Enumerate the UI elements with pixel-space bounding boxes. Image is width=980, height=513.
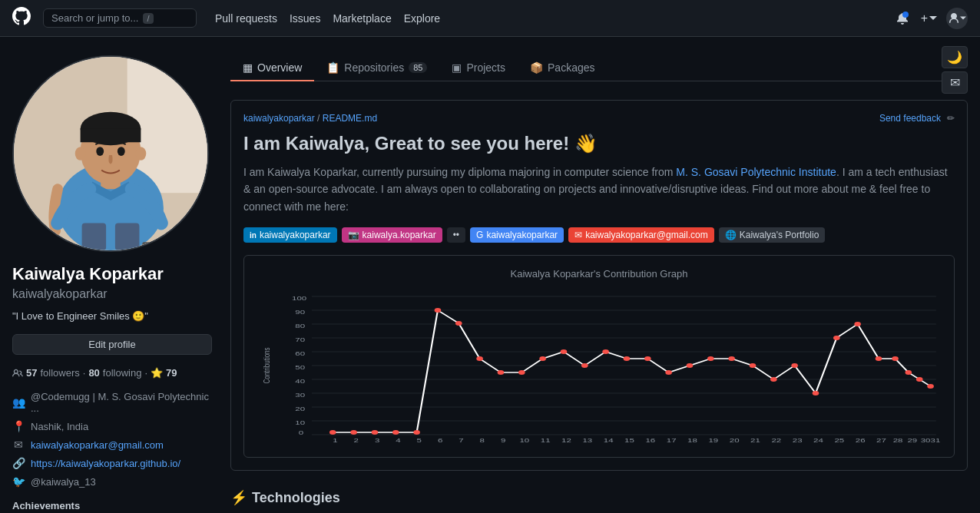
navbar: Search or jump to... / Pull requests Iss… xyxy=(0,0,980,37)
create-new-button[interactable]: + xyxy=(918,8,940,28)
svg-text:10: 10 xyxy=(295,419,305,426)
following-label: following xyxy=(103,367,142,379)
svg-point-51 xyxy=(624,356,631,361)
portfolio-icon: 🌐 xyxy=(725,230,737,240)
badge-linkedin[interactable]: in kaiwalyakoparkar xyxy=(243,227,337,243)
svg-text:50: 50 xyxy=(295,364,305,371)
theme-toggle-button[interactable]: 🌙 xyxy=(942,46,968,68)
twitter-icon: 🐦 xyxy=(12,475,25,488)
meta-twitter-handle: @kaiwalya_13 xyxy=(31,476,96,488)
follow-stats: 57 followers · 80 following · ⭐ 79 xyxy=(12,367,212,379)
readme-header: kaiwalyakoparkar / README.md Send feedba… xyxy=(243,113,955,124)
user-username: kaiwalyakoparkar xyxy=(12,287,212,301)
svg-point-48 xyxy=(561,349,568,354)
svg-point-59 xyxy=(791,363,798,368)
svg-point-39 xyxy=(372,430,379,435)
notifications-button[interactable] xyxy=(893,9,912,28)
readme-path: kaiwalyakoparkar / README.md xyxy=(243,113,377,124)
meta-website: 🔗 https://kaiwalyakoparkar.github.io/ xyxy=(12,457,212,469)
svg-point-52 xyxy=(644,356,651,361)
repos-tab-icon: 📋 xyxy=(326,61,339,74)
svg-text:19: 19 xyxy=(708,437,718,442)
tab-overview[interactable]: ▦ Overview xyxy=(230,55,314,81)
stars-count[interactable]: 79 xyxy=(166,367,177,379)
svg-text:5: 5 xyxy=(417,437,422,442)
svg-text:18: 18 xyxy=(687,437,697,442)
github-logo-icon[interactable] xyxy=(12,7,31,29)
overview-tab-icon: ▦ xyxy=(243,61,253,74)
readme-school-link[interactable]: M. S. Gosavi Polytechnic Institute xyxy=(676,166,836,178)
svg-point-62 xyxy=(854,322,861,326)
avatar-container xyxy=(12,55,209,252)
svg-text:11: 11 xyxy=(541,437,551,442)
technologies-section: ⚡ Technologies JS JavaScript ⬡ Nodejs 🐍 … xyxy=(230,489,968,513)
nav-issues[interactable]: Issues xyxy=(290,12,320,25)
instagram-icon: 📷 xyxy=(348,230,359,240)
svg-text:20: 20 xyxy=(730,437,740,442)
readme-badges: in kaiwalyakoparkar 📷 kaiwalya.koparkar … xyxy=(243,227,955,243)
theme-area: 🌙 ✉ xyxy=(942,46,968,94)
tab-projects[interactable]: ▣ Projects xyxy=(439,55,518,81)
badge-portfolio[interactable]: 🌐 Kaiwalya's Portfolio xyxy=(719,227,826,243)
nav-explore[interactable]: Explore xyxy=(404,12,440,25)
svg-point-38 xyxy=(350,430,357,435)
svg-point-41 xyxy=(413,430,420,435)
svg-text:1: 1 xyxy=(333,437,338,442)
send-feedback-link[interactable]: Send feedback xyxy=(879,113,941,124)
readme-path-file[interactable]: README.md xyxy=(323,113,377,124)
svg-rect-6 xyxy=(81,129,141,143)
followers-label: followers xyxy=(40,367,79,379)
followers-count[interactable]: 57 xyxy=(26,367,37,379)
svg-point-57 xyxy=(750,363,757,368)
readme-actions: Send feedback ✏ xyxy=(879,113,955,124)
svg-text:22: 22 xyxy=(771,437,781,442)
tab-repositories[interactable]: 📋 Repositories 85 xyxy=(314,55,439,81)
badge-instagram[interactable]: 📷 kaiwalya.koparkar xyxy=(342,227,442,243)
nav-marketplace[interactable]: Marketplace xyxy=(333,12,391,25)
search-kbd: / xyxy=(143,13,153,24)
svg-text:14: 14 xyxy=(604,437,614,442)
badge-dark[interactable]: •• xyxy=(447,227,465,243)
readme-heading: I am Kaiwalya, Great to see you here! 👋 xyxy=(243,133,955,154)
edit-readme-icon[interactable]: ✏ xyxy=(947,113,955,124)
technologies-title: ⚡ Technologies xyxy=(230,489,968,506)
search-placeholder-text: Search or jump to... xyxy=(51,12,138,24)
meta-email-link[interactable]: kaiwalyakoparkar@gmail.com xyxy=(31,439,164,451)
user-menu-button[interactable] xyxy=(946,8,968,29)
svg-text:20: 20 xyxy=(295,405,305,412)
email-icon: ✉ xyxy=(12,439,25,451)
svg-point-50 xyxy=(602,349,609,354)
svg-point-8 xyxy=(135,147,146,161)
svg-text:21: 21 xyxy=(750,437,760,442)
nav-pull-requests[interactable]: Pull requests xyxy=(215,12,277,25)
svg-point-56 xyxy=(728,356,735,361)
svg-point-58 xyxy=(770,377,777,382)
svg-text:26: 26 xyxy=(856,437,866,442)
svg-point-55 xyxy=(707,356,714,361)
svg-text:15: 15 xyxy=(624,437,634,442)
svg-point-45 xyxy=(498,370,505,375)
svg-point-61 xyxy=(833,336,840,340)
badge-google[interactable]: G kaiwalyakoparkar xyxy=(470,227,564,243)
search-bar[interactable]: Search or jump to... / xyxy=(43,8,197,28)
svg-text:29: 29 xyxy=(907,437,917,442)
svg-text:100: 100 xyxy=(292,295,307,302)
meta-location-text: Nashik, India xyxy=(31,421,88,432)
star-icon: ⭐ xyxy=(151,367,163,379)
edit-profile-button[interactable]: Edit profile xyxy=(12,334,212,355)
people-icon xyxy=(12,368,23,379)
svg-text:27: 27 xyxy=(876,437,886,442)
svg-rect-12 xyxy=(115,223,140,250)
lightning-icon: ⚡ xyxy=(230,489,247,506)
following-count[interactable]: 80 xyxy=(88,367,99,379)
projects-tab-label: Projects xyxy=(466,61,505,74)
badge-gmail[interactable]: ✉ kaiwalyakoparkar@gmail.com xyxy=(568,227,714,243)
svg-text:31: 31 xyxy=(931,437,941,442)
navbar-right: + xyxy=(893,8,968,29)
readme-path-user[interactable]: kaiwalyakoparkar xyxy=(243,113,315,124)
org-icon: 👥 xyxy=(12,396,25,409)
meta-website-link[interactable]: https://kaiwalyakoparkar.github.io/ xyxy=(31,458,180,469)
feedback-button[interactable]: ✉ xyxy=(942,71,968,94)
tab-packages[interactable]: 📦 Packages xyxy=(518,55,607,81)
svg-text:90: 90 xyxy=(295,309,305,316)
